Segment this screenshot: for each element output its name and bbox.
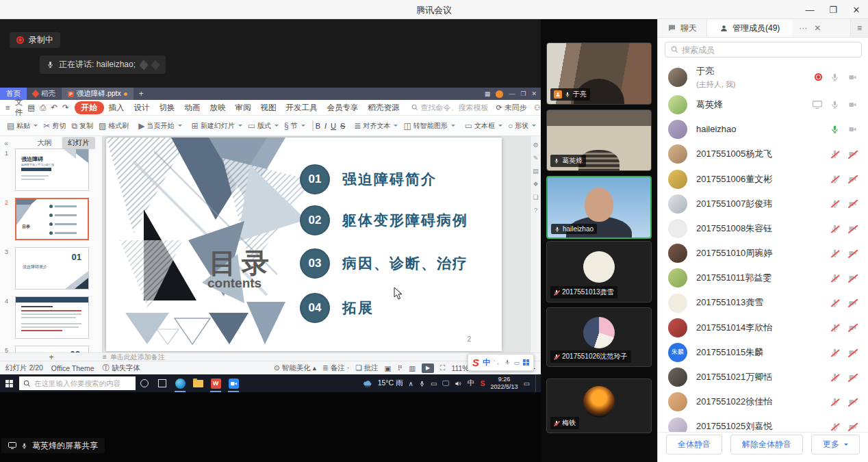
video-tile-shenfanlingzi[interactable]: 2017551026沈范玲子 bbox=[546, 307, 652, 367]
maximize-button[interactable]: ❐ bbox=[821, 0, 845, 19]
section-button[interactable]: §节 bbox=[281, 121, 308, 131]
tab-chat[interactable]: 聊天 bbox=[658, 19, 706, 37]
tray-mic-icon[interactable] bbox=[419, 380, 425, 387]
camera-muted-icon[interactable] bbox=[847, 373, 858, 381]
ime-mode-chinese[interactable]: 中 bbox=[483, 357, 490, 368]
paste-button[interactable]: ▤粘贴 bbox=[4, 121, 40, 131]
mic-muted-icon[interactable] bbox=[830, 397, 839, 407]
bold-button[interactable]: B bbox=[314, 122, 322, 130]
member-row[interactable]: 2017551008朱容钰 bbox=[658, 216, 868, 241]
member-row[interactable]: 2017551006董文彬 bbox=[658, 167, 868, 192]
member-row[interactable]: 2017551021万卿恬 bbox=[658, 365, 868, 389]
camera-muted-icon[interactable] bbox=[847, 175, 858, 183]
video-tile-geyingfeng[interactable]: 葛英烽 bbox=[546, 110, 652, 171]
member-row-zhulin[interactable]: 朱麟 2017551015朱麟 bbox=[658, 340, 868, 365]
anim-icon[interactable]: ❖ bbox=[533, 181, 538, 188]
member-row[interactable]: 2017551022徐佳怡 bbox=[658, 389, 868, 414]
command-search[interactable] bbox=[411, 103, 496, 112]
member-row-yuliang[interactable]: 于亮 (主持人, 我) bbox=[658, 62, 868, 92]
minimize-button[interactable]: — bbox=[798, 0, 821, 19]
mic-muted-icon[interactable] bbox=[830, 175, 839, 184]
weather-icon[interactable] bbox=[363, 380, 372, 387]
undo-icon[interactable]: ↶ bbox=[51, 103, 58, 112]
theme-name[interactable]: Office Theme bbox=[51, 364, 94, 372]
video-tile-yuliang[interactable]: 于亮 bbox=[546, 42, 652, 105]
tray-volume-icon[interactable] bbox=[455, 380, 462, 387]
taskbar-search-input[interactable] bbox=[34, 379, 123, 387]
menu-animation[interactable]: 动画 bbox=[180, 101, 205, 114]
ime-toolbox-icon[interactable] bbox=[523, 359, 529, 365]
play-from-current-button[interactable]: ▶当页开始 bbox=[136, 121, 184, 131]
sogou-ime-bar[interactable]: S 中 ’， ▭ bbox=[468, 354, 534, 371]
menu-design[interactable]: 设计 bbox=[129, 101, 155, 114]
shape-button[interactable]: ○形状 bbox=[505, 121, 539, 131]
camera-muted-icon[interactable] bbox=[847, 249, 858, 257]
menu-devtools[interactable]: 开发工具 bbox=[281, 101, 322, 114]
mute-all-button[interactable]: 全体静音 bbox=[666, 435, 722, 454]
props-icon[interactable]: ⚙ bbox=[533, 142, 538, 149]
cut-button[interactable]: ✂剪切 bbox=[40, 121, 68, 131]
normal-view-icon[interactable]: ▣ bbox=[385, 364, 392, 372]
mic-muted-icon[interactable] bbox=[830, 199, 839, 209]
format-painter-button[interactable]: ▨格式刷 bbox=[96, 121, 131, 131]
mic-icon[interactable] bbox=[830, 100, 839, 110]
tray-device-icon[interactable]: ▭ bbox=[431, 380, 437, 387]
sync-status[interactable]: ⟳ 未同步 bbox=[496, 103, 527, 113]
notes-bar[interactable]: + ≡ 单击此处添加备注 bbox=[0, 352, 541, 361]
text-box-button[interactable]: ▭文本框 bbox=[462, 121, 505, 131]
read-view-icon[interactable]: ▥ bbox=[409, 364, 416, 372]
underline-button[interactable]: U bbox=[329, 122, 338, 130]
align-text-button[interactable]: ≣对齐文本 bbox=[351, 121, 400, 131]
action-center-icon[interactable]: ▭ bbox=[524, 380, 530, 387]
camera-muted-icon[interactable] bbox=[847, 423, 858, 431]
menu-member[interactable]: 会员专享 bbox=[322, 101, 363, 114]
copy-button[interactable]: ⧉复制 bbox=[68, 121, 96, 131]
smart-art-button[interactable]: ◫转智能图形 bbox=[400, 121, 457, 131]
mic-muted-icon[interactable] bbox=[830, 248, 839, 258]
ime-punct-icon[interactable]: ’， bbox=[494, 358, 501, 367]
mic-icon[interactable] bbox=[830, 73, 839, 82]
taskbar-meeting[interactable] bbox=[225, 374, 242, 392]
comment-pane-icon[interactable]: ❏ bbox=[533, 194, 538, 201]
cortana-button[interactable] bbox=[136, 374, 153, 392]
redo-icon[interactable]: ↷ bbox=[62, 103, 69, 112]
beautify-button[interactable]: ⊙ 智能美化 ▴ bbox=[274, 363, 316, 373]
slide-thumbnail-3[interactable]: 01 强迫障碍简介 bbox=[15, 247, 89, 290]
camera-icon[interactable] bbox=[847, 101, 858, 109]
mic-muted-icon[interactable] bbox=[830, 224, 839, 233]
camera-muted-icon[interactable] bbox=[847, 150, 858, 158]
member-row[interactable]: 2017551010周琬婷 bbox=[658, 241, 868, 266]
camera-icon[interactable] bbox=[847, 73, 858, 81]
recording-indicator-icon[interactable] bbox=[815, 73, 822, 81]
mic-muted-icon[interactable] bbox=[830, 323, 839, 333]
sogou-logo[interactable]: S bbox=[472, 357, 479, 368]
camera-muted-icon[interactable] bbox=[847, 398, 858, 406]
member-row[interactable]: 2017551011郭益雯 bbox=[658, 266, 868, 290]
mic-muted-icon[interactable] bbox=[830, 298, 839, 308]
weather-text[interactable]: 15°C 雨 bbox=[378, 378, 403, 388]
member-row-haileizhao[interactable]: haileizhao bbox=[658, 117, 868, 142]
menu-start[interactable]: 开始 bbox=[75, 101, 104, 114]
tray-display-icon[interactable]: 🖵 bbox=[442, 379, 449, 387]
italic-button[interactable]: I bbox=[322, 122, 329, 130]
slide-thumbnail-4[interactable] bbox=[15, 296, 89, 339]
member-search-box[interactable] bbox=[665, 42, 862, 57]
slide-thumbnail-5[interactable]: 02 bbox=[15, 346, 89, 352]
camera-icon[interactable] bbox=[847, 125, 858, 133]
wps-minimize-button[interactable]: — bbox=[509, 90, 515, 97]
sharing-screen-icon[interactable] bbox=[813, 101, 822, 109]
start-button[interactable] bbox=[0, 374, 18, 392]
command-search-input[interactable] bbox=[421, 103, 496, 112]
camera-muted-icon[interactable] bbox=[847, 224, 858, 233]
sorter-view-icon[interactable]: ⠟ bbox=[397, 364, 403, 372]
mic-muted-icon[interactable] bbox=[830, 348, 839, 357]
member-row[interactable]: 2017551025刘嘉悦 bbox=[658, 414, 868, 433]
camera-muted-icon[interactable] bbox=[847, 200, 858, 208]
strikethrough-button[interactable]: S bbox=[338, 122, 347, 130]
mic-muted-icon[interactable] bbox=[830, 273, 839, 283]
tray-ime-mode[interactable]: 中 bbox=[468, 378, 475, 388]
wps-account-avatar[interactable] bbox=[496, 90, 503, 98]
camera-muted-icon[interactable] bbox=[847, 348, 858, 357]
ime-board-icon[interactable]: ▭ bbox=[513, 359, 520, 366]
member-row[interactable]: 2017551014李欣怡 bbox=[658, 316, 868, 340]
